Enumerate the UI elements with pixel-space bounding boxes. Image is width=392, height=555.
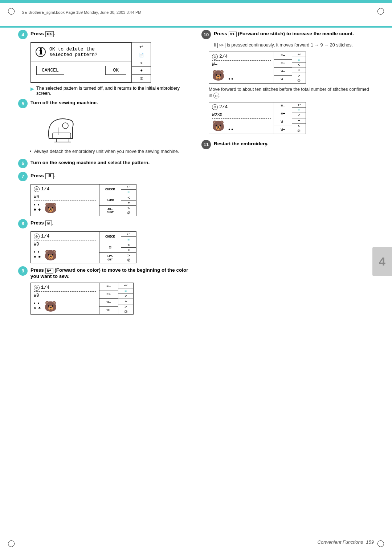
step-8-layout-btn[interactable]: LAY- OUT [99,253,121,263]
step-9-nav-left[interactable]: < [118,293,133,299]
accent-line [0,26,392,28]
step-7-dots: ●● ♣♣ [34,203,41,213]
step-9-nav-star[interactable]: ✦ [118,299,133,304]
step-6-row: 6 Turn on the sewing machine and select … [18,159,191,168]
step-9-bear: 🐻 [44,301,57,312]
corner-mark-tr [377,8,384,15]
step-7-time-btn[interactable]: TIME [99,195,121,206]
step-4-result: ▶ The selected pattern is turned off, an… [30,86,191,96]
step-8-nav-left[interactable]: < [121,242,136,248]
step-10-s1-nav: ↩ ≡ < ✦ > ② [292,52,306,84]
step-8-header: ⊙ 1/4 [34,234,96,240]
step-8-nav-doc[interactable]: ≡ [121,237,136,242]
step-10-s2-bear: 🐻 [212,121,225,131]
footer-text: Convenient Functions [318,539,363,545]
step-9-mid-panel: ≡— ≡+ W— W+ [99,283,118,315]
header-text: SE-BrotherE_sgml.book Page 159 Monday, J… [22,10,141,15]
step-9-w-plus[interactable]: W+ [99,307,118,314]
step-10-s1-mid: ≡— ≡+ W— W+ [274,52,292,84]
step-10-s2-nav: ↩ ≡ < ✦ > ② [292,102,306,134]
step-5-bullet: Always detach the embroidery unit when y… [34,148,191,155]
step-8-fraction: 1/4 [41,234,49,239]
step-10-screen1-main: ⊙ 2/4 W— 🐻 ● ● [209,52,274,84]
step-10-s2-header: ⊙ 2/4 [212,104,271,111]
step-8-nav-right[interactable]: > [121,253,136,258]
step-9-nav-back[interactable]: ↩ [118,283,133,288]
step-7-icons: ●● ♣♣ 🐻 [34,202,96,214]
step-7-adjust-btn[interactable]: AD- JUST [99,206,121,216]
step-10-sub1: If W+ is pressed continuously, it moves … [214,42,374,49]
step-6-text: Turn on the sewing machine and select th… [30,159,150,166]
step-8-nav-back[interactable]: ↩ [121,232,136,237]
step-10-s2-dots: ● ● [228,121,233,131]
step-9-nav-right[interactable]: > [118,304,133,309]
circle-ref: ⊙ [213,93,219,98]
step-9-row: 9 Press W+ (Forward one color) to move t… [18,266,191,280]
step-5-text: Turn off the sewing machine. [30,99,98,106]
step-7-count: W0 [34,195,96,201]
step-8-bear: 🐻 [44,250,57,260]
step-10-s2-mid: ≡— ≡+ W— W+ [274,102,292,134]
step-8-nav-star[interactable]: ✦ [121,248,136,253]
dialog-footer: CANCEL OK [31,61,131,79]
step-9-screen-main: ⊙ 1/4 W0 ●● ♣♣ [30,283,99,315]
dialog-line1: OK to delete the [49,46,98,52]
step-9-plus-grid[interactable]: ≡+ [99,291,118,299]
corner-mark-tl [8,8,15,15]
step-4-dialog-area: ℹ OK to delete the selected pattern? CAN… [30,42,191,83]
step-10-s1-frac: 2/4 [219,54,228,59]
step-7-text: Press 🖥. [30,172,55,179]
step-10-s2-frac: 2/4 [219,104,228,110]
step-4-row: 4 Press OK. [18,30,191,39]
step-10-s2-icons: 🐻 ● ● [212,120,271,132]
step-5-row: 5 Turn off the sewing machine. [18,99,191,108]
footer-page: 159 [366,539,374,545]
step-9-minus-grid[interactable]: ≡— [99,283,118,291]
step-7-mid-panel: CHECK TIME AD- JUST [99,184,121,216]
step-9-w-minus[interactable]: W— [99,299,118,307]
step-10-circle: 10 [201,30,211,39]
dialog-side-btn4[interactable]: ✦ [132,67,151,75]
step-9-text: Press W+ (Forward one color) to move to … [30,266,191,280]
step-9-dots: ●● ♣♣ [34,301,41,312]
step-8-dots: ●● ♣♣ [34,250,41,260]
step-10-screen1-area: ⊙ 2/4 W— 🐻 ● ● ≡— ≡+ [209,52,374,84]
dialog-side-btn2[interactable]: 📄 [132,51,151,59]
dialog-text: OK to delete the selected pattern? [49,46,98,57]
step-7-check-btn[interactable]: CHECK [99,185,121,195]
dialog-side-btn1[interactable]: ↩ [132,42,151,51]
step-10-screen2-area: ⊙ 2/4 W230 🐻 ● ● ≡— ≡ [209,102,374,134]
step-9-nav-doc[interactable]: ≡ [118,288,133,294]
step-7-nav-2[interactable]: ② [121,211,136,216]
left-column: 4 Press OK. ℹ OK to delete the selected … [18,30,191,317]
step-8-icons: ●● ♣♣ 🐻 [34,250,96,261]
step-10-row: 10 Press W+ (Forward one stitch) to incr… [201,30,374,39]
step-8-nav-2[interactable]: ② [121,258,136,263]
machine-illustration [40,112,83,145]
step-9-count: W0 [34,293,96,299]
main-content: 4 Press OK. ℹ OK to delete the selected … [18,30,374,537]
corner-mark-br [377,540,384,547]
step-7-nav-doc[interactable]: ≡ [121,190,136,195]
step-7-nav-right[interactable]: > [121,206,136,211]
step-9-key: W+ [45,268,53,274]
step-10-s1-icons: 🐻 ● ● [212,70,271,81]
step-9-fraction: 1/4 [41,285,49,290]
dialog-side-panel: ↩ 📄 < ✦ ② [132,42,151,83]
dialog-side-btn5[interactable]: ② [132,75,151,82]
dialog-cancel-btn[interactable]: CANCEL [36,66,64,75]
step-8-needle-btn[interactable]: ⊡ [99,242,121,253]
step-8-row: 8 Press ⊡. [18,219,191,228]
step-8-check-btn[interactable]: CHECK [99,232,121,242]
dialog-box: ℹ OK to delete the selected pattern? CAN… [30,42,132,83]
step-8-key: ⊡ [45,220,52,226]
dialog-ok-btn[interactable]: OK [105,66,126,75]
step-8-nav-panel: ↩ ≡ < ✦ > ② [121,231,136,263]
step-9-icons: ●● ♣♣ 🐻 [34,301,96,312]
step-7-nav-left[interactable]: < [121,195,136,200]
step-7-nav-star[interactable]: ✦ [121,200,136,206]
step-9-nav-2[interactable]: ② [118,309,133,314]
step-7-nav-back[interactable]: ↩ [121,185,136,190]
dialog-side-btn3[interactable]: < [132,59,151,67]
step-11-text: Restart the embroidery. [214,140,269,147]
